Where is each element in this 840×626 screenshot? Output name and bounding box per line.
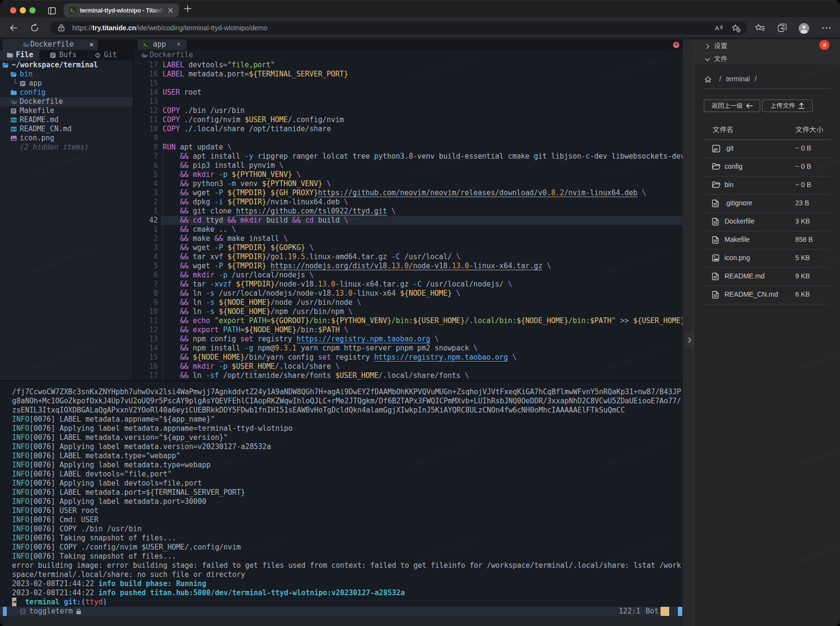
terminal-line: error building image: error building sta… (12, 561, 683, 570)
folder-icon (11, 90, 17, 95)
back-button[interactable] (9, 24, 18, 32)
read-aloud-icon[interactable]: A (714, 24, 723, 33)
code-line: 2 && dpkg -i ${TMPDIR}/nvim-linux64.deb … (135, 198, 683, 207)
web-ide: Dockerfile ✕ FileBufsGit ~/workspace/ter… (0, 39, 683, 626)
code-line: 7 && apt install -y ripgrep ranger lolca… (135, 152, 683, 161)
code-line: 5 && mkdir -p ${PYTHON_VENV} \ (135, 170, 683, 179)
terminal-line: INFO[0076] LABEL metadata.port=${TERMINA… (12, 488, 683, 497)
tree-item-Dockerfile[interactable]: Dockerfile (0, 97, 133, 106)
more-menu-icon[interactable] (822, 23, 831, 33)
traffic-close-button[interactable] (10, 7, 16, 13)
file-row-bin[interactable]: bin~ 0 B (704, 176, 831, 195)
file-icon (20, 81, 25, 87)
go-up-button[interactable] (704, 100, 760, 112)
file-row-Makefile[interactable]: Makefile858 B (704, 231, 831, 250)
code-line: 13 (135, 97, 683, 106)
doc-icon (712, 200, 719, 207)
section-files[interactable] (694, 53, 840, 65)
file-row-config[interactable]: config~ 0 B (704, 158, 831, 176)
statusline-blue-block (678, 607, 682, 616)
code-line: 15 && ${NODE_HOME}/bin/yarn config set r… (135, 353, 683, 362)
profile-avatar[interactable] (799, 23, 808, 33)
close-preview-button[interactable] (673, 42, 679, 48)
terminal-line: INFO[0076] Applying label metadata.versi… (12, 442, 683, 451)
tree-item-workspaceterminal[interactable]: ~/workspace/terminal (0, 61, 133, 70)
editor-tabline: app ✕ (135, 39, 683, 50)
favorites-icon[interactable] (755, 23, 764, 33)
code-line: 8 && ln -s /usr/local/nodejs/node-v18.13… (135, 289, 683, 298)
lock-icon (76, 609, 81, 614)
terminal-line: /fj7CcwoCW7ZXBc3snKxZNYHpbh7uhwOvx2lsi4W… (12, 388, 683, 397)
tree-item-app[interactable]: └app (0, 79, 133, 88)
terminal-line: INFO[0076] Applying label metadata.appna… (12, 424, 683, 433)
svg-text:git: git (713, 147, 718, 151)
terminal-line: INFO[0076] Taking snapshot of files... (12, 552, 683, 561)
divider (704, 88, 831, 89)
doc-icon (712, 236, 719, 244)
user-avatar[interactable]: a (819, 40, 829, 50)
file-row-README_CN.md[interactable]: README_CN.md6 KB (704, 286, 831, 304)
code-line: 2 && make && make install \ (135, 234, 683, 243)
terminal-line: zsENIL3ItxqIOXDBGALaQgAPxxnV2YOoRl40a6ey… (12, 406, 683, 415)
tab-favicon-terminal-icon (69, 7, 76, 14)
code-line: 11 && echo "export PATH=${GOROOT}/bin:${… (135, 316, 683, 326)
terminal-output[interactable]: /fj7CcwoCW7ZXBc3snKxZNYHpbh7uhwOvx2lsi4W… (0, 381, 683, 607)
code-line: 5 && wget -P ${TMPDIR} https://nodejs.or… (135, 262, 683, 271)
tree-item-README.md[interactable]: README.md (0, 115, 133, 125)
traffic-zoom-button[interactable] (29, 7, 36, 13)
file-row-Dockerfile[interactable]: Dockerfile3 KB (704, 213, 831, 231)
file-row-.gitignore[interactable]: .gitignore23 B (704, 195, 831, 213)
markdown-icon (11, 117, 17, 123)
editor-code[interactable]: 17LABEL devtools="file,port"16LABEL meta… (135, 61, 683, 380)
sidebar-panel-file[interactable]: File (0, 50, 39, 61)
traffic-minimize-button[interactable] (20, 7, 26, 13)
file-icon (50, 52, 56, 58)
tab-close-icon[interactable] (167, 7, 174, 14)
address-bar[interactable]: https://try.titanide.cn/ide/web/coding/t… (50, 21, 747, 35)
upload-file-button[interactable] (762, 100, 813, 112)
home-icon[interactable] (704, 76, 712, 83)
editor-tab-close-icon[interactable]: ✕ (177, 40, 180, 48)
tree-item-bin[interactable]: bin (0, 70, 133, 79)
sidebar-tab-close-icon[interactable]: ✕ (89, 40, 93, 48)
file-row-README.md[interactable]: README.md9 KB (704, 268, 831, 286)
files-panel-header: a (694, 39, 840, 65)
terminal-line: INFO[0076] Cmd: USER (12, 515, 683, 525)
url-text: https://try.titanide.cn/ide/web/coding/t… (72, 24, 267, 32)
collections-icon[interactable] (777, 23, 787, 33)
file-row-.git[interactable]: git.git~ 0 B (704, 140, 831, 158)
git-icon: git (712, 145, 720, 152)
refresh-button[interactable] (30, 24, 39, 32)
tab-title: terminal-ttyd-wlotnipo - TitanIDE (80, 7, 165, 14)
code-line: 8RUN apt update \ (135, 143, 683, 152)
sidebar-panel-git[interactable]: Git (84, 50, 134, 61)
tree-item-Makefile[interactable]: Makefile (0, 106, 133, 115)
code-line: 17LABEL devtools="file,port" (135, 61, 683, 70)
new-tab-button[interactable] (183, 4, 192, 13)
code-line: 11COPY ./config/nvim $USER_HOME/.config/… (135, 115, 683, 125)
terminal-line: INFO[0076] LABEL devtools="file,port" (12, 470, 683, 479)
tree-item-README_CN.md[interactable]: README_CN.md (0, 125, 133, 134)
collapse-panel-button[interactable] (686, 332, 694, 348)
tree-item-2hiddenitems[interactable]: (2 hidden items) (0, 143, 133, 152)
sidebar-tab-label: Dockerfile (30, 40, 74, 49)
terminal-line: ➜ terminal git:(ttyd) (12, 598, 683, 607)
files-panel: a /terminal/ (694, 39, 840, 626)
browser-tab[interactable]: terminal-ttyd-wlotnipo - TitanIDE (64, 3, 179, 17)
terminal-line: 2023-02-08T21:44:22 info pushed titan.hu… (12, 588, 683, 598)
tree-item-config[interactable]: config (0, 88, 133, 97)
section-settings[interactable]: a (694, 39, 840, 53)
code-line: 9 && ln -s ${NODE_HOME}/node /usr/bin/no… (135, 298, 683, 307)
file-row-icon.png[interactable]: icon.png5 KB (704, 250, 831, 268)
sidebar-panel-bufs[interactable]: Bufs (39, 50, 84, 61)
tree-item-icon.png[interactable]: icon.png (0, 134, 133, 143)
sidebar-tab-dockerfile[interactable]: Dockerfile ✕ (2, 39, 98, 50)
folder-solid-icon (7, 52, 13, 58)
tab-preview-icon[interactable] (48, 7, 56, 14)
statusline: toggleterm 122:1 Bot (0, 607, 683, 616)
doc-icon (712, 291, 719, 299)
breadcrumb[interactable]: /terminal/ (704, 75, 762, 83)
add-favorite-icon[interactable] (731, 24, 740, 33)
editor-tab-app[interactable]: app ✕ (138, 39, 187, 50)
code-line: 4 && python3 -m venv ${PYTHON_VENV} \ (135, 179, 683, 188)
